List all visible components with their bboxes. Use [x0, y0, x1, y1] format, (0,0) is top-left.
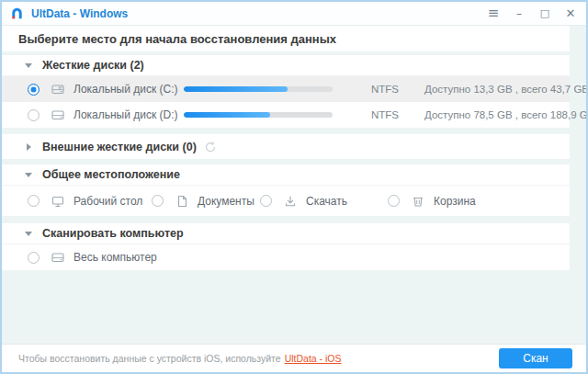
radio-drive-d[interactable]: [28, 109, 40, 121]
ultdata-ios-link[interactable]: UltData - iOS: [285, 353, 342, 364]
radio-desktop[interactable]: [28, 195, 40, 207]
section-title: Внешние жесткие диски (0): [42, 141, 197, 153]
filesystem-label: NTFS: [371, 84, 424, 95]
title-bar: UltData - Windows ≡ – □ ✕: [2, 2, 586, 26]
location-downloads[interactable]: Скачать: [260, 194, 388, 209]
app-window: UltData - Windows ≡ – □ ✕ Выберите место…: [0, 0, 588, 374]
radio-drive-c[interactable]: [28, 84, 40, 96]
ios-note: Чтобы восстановить данные с устройств iO…: [18, 353, 281, 364]
drive-name: Локальный диск (C:): [74, 83, 184, 96]
chevron-down-icon: [25, 232, 32, 236]
radio-downloads[interactable]: [260, 195, 272, 207]
page-title: Выберите место для начала восстановления…: [18, 32, 336, 46]
usage-progress-bar: [184, 112, 333, 118]
app-title: UltData - Windows: [31, 7, 128, 20]
usage-progress-bar: [184, 86, 333, 92]
whole-computer-label: Весь компьютер: [74, 251, 157, 264]
minimize-icon[interactable]: –: [513, 7, 526, 19]
capacity-info: Доступно 78,5 GB , всего 188,9 GB: [424, 109, 586, 120]
radio-whole-computer[interactable]: [28, 252, 40, 264]
section-title: Сканировать компьютер: [42, 227, 184, 240]
location-label: Документы: [198, 195, 254, 208]
window-controls: ≡ – □ ✕: [487, 6, 577, 20]
desktop-icon: [51, 194, 65, 209]
heading-bar: Выберите место для начала восстановления…: [2, 26, 570, 51]
drive-icon: [51, 250, 65, 265]
empty-area: [2, 270, 586, 344]
common-locations-header[interactable]: Общее местоположение: [2, 164, 570, 186]
maximize-icon[interactable]: □: [538, 8, 551, 18]
trash-icon: [411, 194, 425, 209]
close-icon[interactable]: ✕: [564, 7, 577, 19]
drive-name: Локальный диск (D:): [74, 108, 184, 121]
location-desktop[interactable]: Рабочий стол: [28, 194, 152, 209]
drive-icon: [51, 108, 65, 122]
footer-bar: Чтобы восстановить данные с устройств iO…: [2, 344, 586, 372]
chevron-down-icon: [25, 63, 32, 68]
location-documents[interactable]: Документы: [152, 194, 260, 209]
main-content: Выберите место для начала восстановления…: [2, 26, 586, 344]
whole-computer-row[interactable]: Весь компьютер: [2, 244, 570, 270]
chevron-down-icon: [25, 173, 32, 177]
ultdata-logo-icon: [9, 6, 25, 21]
location-label: Рабочий стол: [74, 195, 142, 208]
refresh-icon[interactable]: [204, 141, 217, 153]
scan-computer-header[interactable]: Сканировать компьютер: [2, 223, 570, 244]
menu-icon[interactable]: ≡: [487, 6, 500, 20]
radio-recycle-bin[interactable]: [388, 195, 400, 207]
drive-row-c[interactable]: Локальный диск (C:) NTFS Доступно 13,3 G…: [2, 76, 570, 102]
hard-disks-header[interactable]: Жесткие диски (2): [2, 55, 570, 76]
filesystem-label: NTFS: [371, 109, 424, 120]
section-hard-disks: Жесткие диски (2) Локальный диск (C:) N: [2, 55, 570, 128]
section-scan-computer: Сканировать компьютер Весь компьютер: [2, 223, 570, 270]
section-common-locations: Общее местоположение Рабочий стол: [2, 164, 570, 216]
common-locations-row: Рабочий стол Документы: [2, 186, 570, 216]
location-label: Скачать: [306, 195, 347, 208]
download-icon: [283, 194, 298, 209]
section-title: Жесткие диски (2): [42, 59, 144, 72]
section-external-disks[interactable]: Внешние жесткие диски (0): [2, 134, 570, 159]
section-title: Общее местоположение: [42, 168, 180, 181]
location-recycle-bin[interactable]: Корзина: [388, 194, 476, 209]
radio-documents[interactable]: [152, 195, 164, 207]
scan-button[interactable]: Скан: [499, 348, 572, 368]
drive-row-d[interactable]: Локальный диск (D:) NTFS Доступно 78,5 G…: [2, 102, 570, 128]
location-label: Корзина: [434, 195, 476, 208]
chevron-right-icon: [27, 143, 31, 151]
system-drive-icon: [51, 82, 65, 96]
document-icon: [175, 194, 189, 209]
capacity-info: Доступно 13,3 GB , всего 43,7 GB: [424, 84, 586, 95]
